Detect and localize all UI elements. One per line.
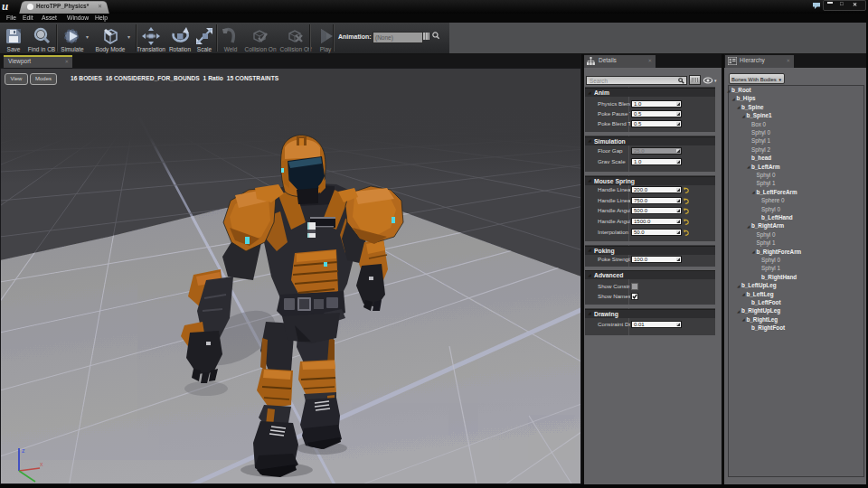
svg-text:z: z [22, 447, 25, 454]
svg-text:x: x [40, 461, 43, 467]
